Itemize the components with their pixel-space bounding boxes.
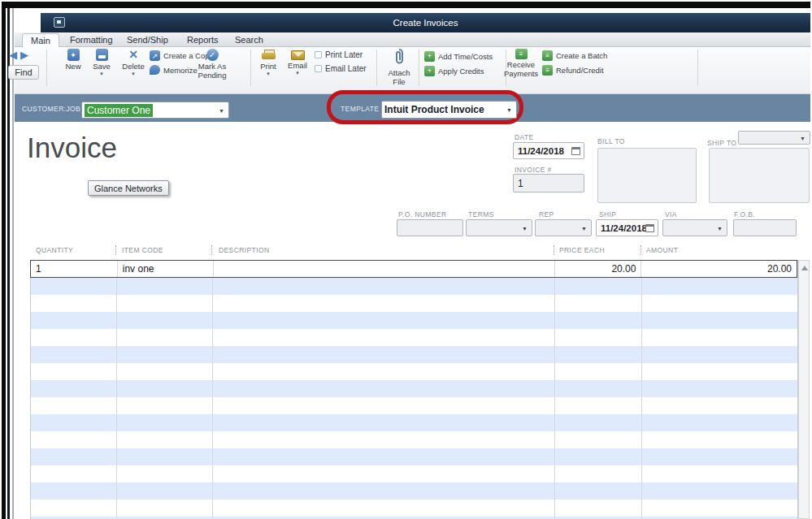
item-code-cell[interactable]: inv one (117, 261, 213, 277)
new-button[interactable]: ✦ New (59, 49, 88, 71)
print-dropdown-caret-icon (266, 71, 271, 76)
delete-button[interactable]: Delete (116, 49, 150, 76)
ship-date-field[interactable]: 11/24/2018 (596, 219, 658, 236)
ship-to-label: SHIP TO (707, 139, 736, 147)
template-label: TEMPLATE (341, 105, 379, 113)
add-time-costs-icon (424, 51, 435, 62)
fob-field[interactable] (733, 219, 797, 236)
memorize-bubble-icon (150, 65, 160, 75)
ship-to-box[interactable] (709, 148, 810, 203)
grid-column-line (641, 278, 642, 519)
column-header-description: DESCRIPTION (219, 246, 270, 254)
date-field[interactable]: 11/24/2018 (513, 142, 584, 159)
refund-credit-button[interactable]: Refund/Credit (542, 65, 604, 76)
mark-as-pending-button[interactable]: Mark As Pending (193, 49, 232, 80)
apply-credits-button[interactable]: Apply Credits (424, 66, 484, 76)
rep-dropdown[interactable] (535, 219, 592, 236)
create-a-batch-button[interactable]: Create a Batch (542, 50, 607, 61)
create-batch-icon (542, 50, 553, 61)
column-header-item-code: ITEM CODE (122, 246, 163, 254)
memorize-button[interactable]: Memorize (150, 65, 198, 75)
terms-dropdown[interactable] (466, 219, 532, 236)
add-time-costs-button[interactable]: Add Time/Costs (424, 51, 493, 62)
nav-arrows[interactable] (9, 50, 28, 60)
tab-reports[interactable]: Reports (179, 33, 227, 47)
po-number-label: P.O. NUMBER (398, 210, 447, 218)
grid-scrollbar[interactable] (798, 260, 810, 519)
email-later-checkbox-icon[interactable] (315, 65, 322, 72)
column-header-quantity: QUANTITY (36, 246, 73, 254)
column-divider-dots (211, 245, 212, 255)
print-later-checkbox-icon[interactable] (315, 51, 322, 58)
customer-job-value: Customer One (85, 104, 153, 117)
ship-label: SHIP (599, 210, 616, 218)
grid-column-line (554, 278, 555, 519)
save-button[interactable]: Save (87, 49, 116, 76)
frame-border-left-inner (7, 8, 10, 519)
forward-arrow-icon[interactable] (20, 50, 28, 60)
column-divider-dots (640, 245, 641, 255)
date-label: DATE (515, 133, 534, 141)
print-later-checkbox[interactable]: Print Later (315, 50, 363, 59)
back-arrow-icon[interactable] (9, 50, 17, 60)
refund-credit-icon (542, 65, 553, 76)
column-header-price-each: PRICE EACH (559, 246, 605, 254)
line-items-grid[interactable] (31, 278, 797, 519)
attach-file-button[interactable]: Attach File (381, 48, 417, 86)
calendar-icon[interactable] (645, 224, 654, 232)
description-cell[interactable] (213, 261, 554, 277)
column-divider-dots (554, 245, 554, 255)
tab-send-ship[interactable]: Send/Ship (119, 33, 176, 47)
grid-left-edge (30, 260, 31, 519)
customer-job-combobox[interactable]: Customer One (81, 102, 229, 119)
tab-main[interactable]: Main (22, 33, 59, 47)
via-label: VIA (665, 210, 677, 218)
chevron-down-icon[interactable] (581, 225, 587, 231)
create-invoices-window: Create Invoices Main Formatting Send/Shi… (0, 0, 812, 519)
quantity-cell[interactable]: 1 (31, 261, 117, 277)
template-combobox[interactable]: Intuit Product Invoice (381, 101, 517, 119)
window-menu-icon[interactable] (54, 17, 65, 28)
email-later-checkbox[interactable]: Email Later (315, 64, 367, 73)
frame-border-left (2, 2, 6, 519)
frame-border-top (2, 2, 810, 8)
calendar-icon[interactable] (571, 147, 580, 155)
print-button[interactable]: Print (254, 50, 283, 76)
table-row: 1 inv one 20.00 20.00 (30, 260, 797, 278)
grid-column-line (212, 278, 213, 519)
find-button[interactable]: Find (8, 65, 39, 80)
receive-payments-button[interactable]: Receive Payments (502, 49, 541, 78)
po-number-field[interactable] (397, 219, 463, 236)
customer-job-label: CUSTOMER:JOB (22, 105, 80, 113)
invoice-heading: Invoice (27, 132, 117, 164)
chevron-down-icon[interactable] (219, 107, 224, 113)
via-dropdown[interactable] (662, 219, 727, 236)
invoice-number-label: INVOICE # (515, 166, 552, 174)
delete-dropdown-caret-icon (131, 71, 136, 76)
bill-to-box[interactable] (597, 148, 697, 203)
price-each-cell[interactable]: 20.00 (554, 261, 641, 277)
title-bar: Create Invoices (41, 13, 810, 32)
toolbar-separator (419, 50, 419, 86)
tab-formatting[interactable]: Formatting (62, 33, 121, 47)
tab-search[interactable]: Search (227, 33, 271, 47)
window-title: Create Invoices (393, 18, 458, 28)
bill-to-label: BILL TO (597, 137, 625, 145)
toolbar-separator (697, 50, 698, 86)
ship-to-combobox[interactable] (738, 131, 810, 145)
rep-label: REP (539, 210, 554, 218)
chevron-down-icon[interactable] (800, 135, 805, 141)
save-icon (96, 49, 108, 61)
paperclip-icon (393, 48, 405, 67)
chevron-down-icon[interactable] (506, 107, 512, 113)
chevron-down-icon[interactable] (522, 225, 528, 231)
printer-icon (262, 50, 276, 61)
apply-credits-icon (424, 66, 435, 76)
invoice-number-field[interactable]: 1 (513, 174, 584, 192)
email-button[interactable]: Email (283, 50, 312, 76)
grid-column-line (116, 278, 117, 519)
chevron-down-icon[interactable] (717, 225, 723, 231)
scroll-up-arrow-icon[interactable] (801, 266, 808, 270)
envelope-icon (291, 50, 305, 60)
amount-cell[interactable]: 20.00 (640, 261, 797, 277)
